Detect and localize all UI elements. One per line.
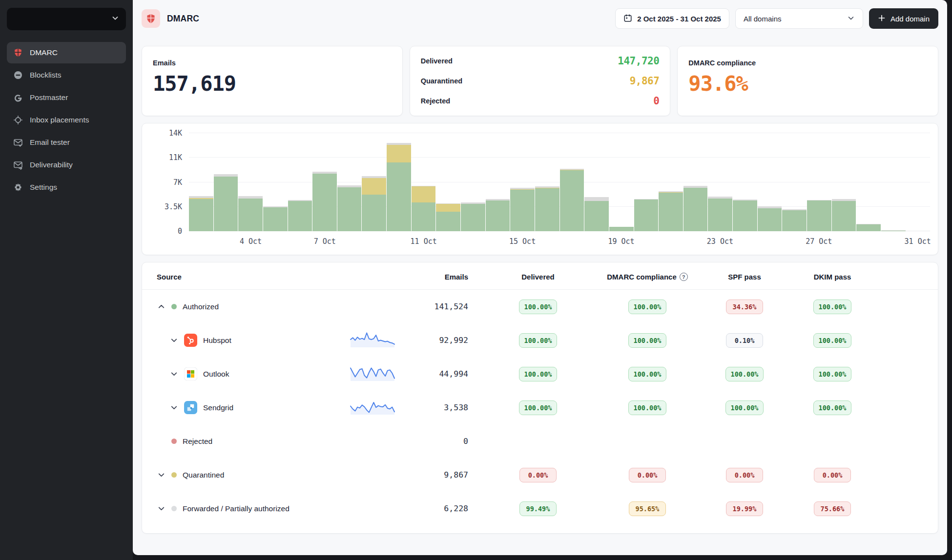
chart-bars bbox=[189, 133, 930, 231]
domain-filter-select[interactable]: All domains bbox=[735, 8, 863, 29]
source-label: Quarantined bbox=[183, 471, 224, 480]
column-header-emails: Emails bbox=[351, 273, 479, 281]
status-dot bbox=[171, 472, 177, 478]
source-label: Authorized bbox=[183, 302, 219, 311]
breakdown-label: Delivered bbox=[421, 57, 453, 65]
emails-cell: 92,992 bbox=[351, 323, 479, 357]
emails-value: 157,619 bbox=[153, 72, 392, 96]
source-label: Forwarded / Partially authorized bbox=[183, 504, 290, 513]
chart-segment-delivered bbox=[535, 188, 559, 231]
chart-x-tick: 15 Oct bbox=[509, 237, 536, 246]
chart-segment-delivered bbox=[436, 212, 460, 231]
chart-bar-25-oct bbox=[758, 133, 782, 231]
chevron-up-icon[interactable] bbox=[157, 302, 166, 311]
chevron-down-icon[interactable] bbox=[157, 504, 166, 513]
sidebar-item-blocklists[interactable]: Blocklists bbox=[7, 64, 126, 86]
badge-cell: 100.00% bbox=[791, 400, 873, 415]
metric-badge: 95.65% bbox=[629, 501, 666, 516]
table-row-forwarded-partially-authorized[interactable]: Forwarded / Partially authorized6,22899.… bbox=[142, 492, 938, 525]
google-g-icon bbox=[13, 92, 23, 103]
sendgrid-icon bbox=[184, 401, 197, 414]
help-icon[interactable]: ? bbox=[680, 273, 688, 281]
table-header-row: SourceEmailsDeliveredDMARC compliance?SP… bbox=[142, 264, 938, 290]
sidebar-item-dmarc[interactable]: DMARC bbox=[7, 42, 126, 63]
chart-bar-23-oct bbox=[708, 133, 732, 231]
chevron-down-icon[interactable] bbox=[169, 403, 178, 412]
metric-badge: 100.00% bbox=[628, 367, 667, 381]
chart-x-tick: 4 Oct bbox=[240, 237, 262, 246]
badge-cell: 0.00% bbox=[698, 468, 791, 482]
chevron-down-icon[interactable] bbox=[169, 370, 178, 379]
chart-segment-delivered bbox=[609, 227, 634, 231]
table-row-authorized[interactable]: Authorized141,524100.00%100.00%34.36%100… bbox=[142, 290, 938, 323]
column-header-delivered: Delivered bbox=[479, 273, 597, 281]
metric-badge: 99.49% bbox=[519, 501, 557, 516]
hubspot-icon bbox=[184, 334, 197, 347]
table-row-sendgrid[interactable]: Sendgrid3,538100.00%100.00%100.00%100.00… bbox=[142, 391, 938, 424]
table-row-outlook[interactable]: Outlook44,994100.00%100.00%100.00%100.00… bbox=[142, 357, 938, 391]
badge-cell: 100.00% bbox=[479, 367, 597, 381]
table-row-quarantined[interactable]: Quarantined9,8670.00%0.00%0.00%0.00% bbox=[142, 458, 938, 492]
column-header-source: Source bbox=[157, 273, 351, 281]
table-row-hubspot[interactable]: Hubspot92,992100.00%100.00%0.10%100.00% bbox=[142, 323, 938, 357]
metric-badge: 100.00% bbox=[519, 400, 558, 415]
envelope-check-icon bbox=[13, 137, 23, 148]
delivery-breakdown-card: Delivered147,720Quarantined9,867Rejected… bbox=[410, 46, 671, 116]
chart-segment-delivered bbox=[881, 231, 906, 231]
chart-segment-delivered bbox=[560, 170, 584, 231]
source-cell: Forwarded / Partially authorized bbox=[157, 504, 351, 513]
dmarc-shield-icon bbox=[142, 9, 160, 28]
table-row-rejected[interactable]: Rejected0 bbox=[142, 424, 938, 458]
chart-segment-delivered bbox=[683, 188, 708, 231]
date-range-label: 2 Oct 2025 - 31 Oct 2025 bbox=[637, 15, 721, 23]
column-header-spf-pass: SPF pass bbox=[698, 273, 791, 281]
chevron-down-icon bbox=[111, 14, 119, 24]
source-cell: Rejected bbox=[157, 437, 351, 446]
date-range-picker[interactable]: 2 Oct 2025 - 31 Oct 2025 bbox=[615, 8, 729, 29]
chart-segment-delivered bbox=[733, 200, 757, 231]
chevron-down-icon[interactable] bbox=[157, 471, 166, 480]
badge-cell: 95.65% bbox=[597, 501, 698, 516]
status-dot bbox=[171, 506, 177, 511]
chart-segment-delivered bbox=[782, 210, 807, 231]
chart-bar-11-oct bbox=[412, 133, 436, 231]
chart-bar-13-oct bbox=[461, 133, 485, 231]
sidebar-item-deliverability[interactable]: Deliverability bbox=[7, 154, 126, 176]
org-switcher[interactable] bbox=[7, 8, 126, 30]
sidebar-item-email-tester[interactable]: Email tester bbox=[7, 132, 126, 153]
badge-cell: 99.49% bbox=[479, 501, 597, 516]
chart-segment-delivered bbox=[708, 199, 732, 231]
sidebar-item-settings[interactable]: Settings bbox=[7, 177, 126, 198]
metric-badge: 100.00% bbox=[628, 400, 667, 415]
chart-x-tick: 19 Oct bbox=[608, 237, 634, 246]
metric-badge: 0.00% bbox=[726, 468, 763, 482]
chart-segment-delivered bbox=[288, 201, 312, 231]
chart-bar-21-oct bbox=[659, 133, 683, 231]
column-header-label: SPF pass bbox=[728, 273, 761, 281]
sidebar-item-label: Deliverability bbox=[30, 160, 73, 169]
chart-x-tick: 23 Oct bbox=[707, 237, 733, 246]
metric-badge: 100.00% bbox=[813, 400, 852, 415]
source-label: Sendgrid bbox=[203, 403, 233, 412]
sidebar-item-inbox-placements[interactable]: Inbox placements bbox=[7, 109, 126, 131]
add-domain-button[interactable]: Add domain bbox=[869, 8, 938, 29]
metric-badge: 0.00% bbox=[629, 468, 666, 482]
chart-bar-14-oct bbox=[486, 133, 510, 231]
badge-cell: 0.00% bbox=[791, 468, 873, 482]
chart-bar-28-oct bbox=[832, 133, 856, 231]
chart-bar-9-oct bbox=[362, 133, 386, 231]
sidebar-item-postmaster[interactable]: Postmaster bbox=[7, 87, 126, 108]
sidebar-item-label: Inbox placements bbox=[30, 116, 89, 124]
column-header-label: Emails bbox=[445, 273, 468, 281]
emails-label: Emails bbox=[153, 59, 392, 67]
emails-value: 6,228 bbox=[444, 504, 468, 513]
chevron-down-icon bbox=[847, 14, 855, 23]
chart-segment-quarantined bbox=[362, 178, 386, 195]
metric-badge: 100.00% bbox=[628, 333, 667, 348]
page-title: DMARC bbox=[167, 14, 199, 24]
chevron-down-icon[interactable] bbox=[169, 336, 178, 345]
chart-segment-delivered bbox=[362, 195, 386, 231]
calendar-icon bbox=[623, 14, 632, 24]
chart-segment-delivered bbox=[263, 207, 288, 231]
chart-segment-delivered bbox=[510, 190, 535, 231]
